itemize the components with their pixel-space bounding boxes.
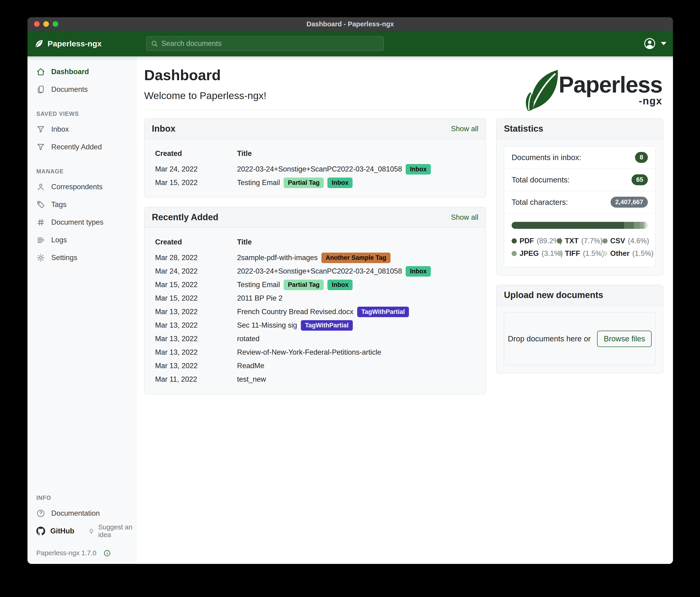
- sidebar-item-label: Suggest an idea: [98, 523, 136, 539]
- left-column: Inbox Show all Created Title Mar 24, 202…: [144, 118, 486, 394]
- minimize-window-button[interactable]: [43, 21, 49, 27]
- table-row[interactable]: Mar 15, 2022 2011 BP Pie 2: [155, 291, 475, 305]
- table-row[interactable]: Mar 13, 2022 rotated: [155, 332, 475, 345]
- sidebar-item-documentation[interactable]: Documentation: [27, 504, 136, 522]
- main-content: Dashboard Welcome to Paperless-ngx! Pape…: [136, 56, 673, 564]
- sidebar-item-label: GitHub: [50, 527, 74, 535]
- inbox-table: Created Title Mar 24, 2022 2022-03-24+So…: [144, 139, 486, 197]
- upload-dropzone[interactable]: Drop documents here or Browse files: [504, 312, 655, 365]
- chevron-down-icon[interactable]: [661, 42, 667, 45]
- browse-files-button[interactable]: Browse files: [597, 331, 652, 347]
- sidebar-item-documents[interactable]: Documents: [27, 80, 136, 98]
- filetype-bar-segment: [511, 222, 624, 229]
- table-row[interactable]: Mar 13, 2022 Sec 11-Missing sigTagWithPa…: [155, 318, 475, 332]
- dashboard-columns: Inbox Show all Created Title Mar 24, 202…: [144, 118, 663, 394]
- card-title: Statistics: [504, 124, 543, 134]
- filetype-chart: PDF (89.2%) TXT (7.7%): [504, 213, 655, 267]
- table-row[interactable]: Mar 13, 2022 ReadMe: [155, 359, 475, 373]
- logo-word: Paperless: [559, 73, 662, 96]
- stat-row: Documents in inbox: 8: [504, 146, 655, 169]
- card-title: Inbox: [152, 124, 175, 134]
- table-row[interactable]: Mar 15, 2022 Testing EmailPartial TagInb…: [155, 176, 475, 189]
- legend-percent: (4.6%): [628, 237, 649, 245]
- show-all-link[interactable]: Show all: [451, 213, 478, 222]
- tag[interactable]: Another Sample Tag: [321, 253, 391, 263]
- sidebar: Dashboard Documents SAVED VIEWS Inbox Re: [27, 56, 136, 564]
- row-title: ReadMe: [237, 362, 264, 370]
- row-title: Testing EmailPartial TagInbox: [237, 177, 353, 188]
- sidebar-item-tags[interactable]: Tags: [27, 196, 136, 213]
- show-all-link[interactable]: Show all: [451, 125, 478, 133]
- table-row[interactable]: Mar 24, 2022 2022-03-24+Sonstige+ScanPC2…: [155, 162, 475, 176]
- funnel-icon: [36, 125, 45, 134]
- row-title: French Country Bread Revised.docxTagWith…: [237, 307, 409, 317]
- tag[interactable]: TagWithPartial: [357, 307, 409, 317]
- row-created: Mar 13, 2022: [155, 362, 237, 370]
- inbox-card-header: Inbox Show all: [144, 119, 486, 139]
- search-box[interactable]: [146, 37, 384, 51]
- sidebar-item-settings[interactable]: Settings: [27, 249, 136, 267]
- legend-item: TXT (7.7%): [557, 237, 602, 245]
- window-title: Dashboard - Paperless-ngx: [306, 20, 394, 28]
- sidebar-item-document-types[interactable]: Document types: [27, 213, 136, 231]
- sidebar-item-dashboard[interactable]: Dashboard: [27, 63, 136, 80]
- brand[interactable]: Paperless-ngx: [34, 39, 146, 48]
- tag[interactable]: TagWithPartial: [301, 320, 353, 331]
- legend-label: TXT: [565, 237, 579, 245]
- tag[interactable]: Partial Tag: [284, 280, 324, 290]
- sidebar-links-row: GitHub Suggest an idea: [27, 522, 136, 540]
- table-row[interactable]: Mar 11, 2022 test_new: [155, 373, 475, 386]
- filetype-bar-segment: [624, 222, 634, 229]
- sidebar-heading-manage: MANAGE: [36, 168, 136, 175]
- close-window-button[interactable]: [34, 21, 40, 27]
- hash-icon: [36, 218, 45, 227]
- leaf-logo-large-icon: [522, 67, 562, 111]
- lightbulb-icon: [88, 527, 94, 535]
- tag[interactable]: Inbox: [327, 280, 353, 290]
- tag[interactable]: Inbox: [406, 164, 431, 174]
- sidebar-item-github[interactable]: GitHub: [36, 527, 74, 535]
- table-row[interactable]: Mar 13, 2022 French Country Bread Revise…: [155, 305, 475, 318]
- table-row[interactable]: Mar 15, 2022 Testing EmailPartial TagInb…: [155, 278, 475, 291]
- sidebar-item-logs[interactable]: Logs: [27, 231, 136, 249]
- app-window: Dashboard - Paperless-ngx Paperless-ngx: [27, 17, 673, 564]
- statistics-card-header: Statistics: [497, 119, 663, 139]
- house-icon: [36, 67, 45, 76]
- zoom-window-button[interactable]: [53, 21, 58, 27]
- logo-wordmark: Paperless -ngx: [559, 73, 662, 107]
- tag[interactable]: Partial Tag: [284, 177, 324, 188]
- row-created: Mar 13, 2022: [155, 308, 237, 316]
- filetype-legend: PDF (89.2%) TXT (7.7%): [511, 237, 648, 262]
- tag[interactable]: Inbox: [327, 177, 353, 188]
- table-row[interactable]: Mar 28, 2022 2sample-pdf-with-imagesAnot…: [155, 251, 475, 264]
- legend-item: CSV (4.6%): [602, 237, 648, 245]
- legend-label: Other: [610, 249, 630, 258]
- row-title: 2022-03-24+Sonstige+ScanPC2022-03-24_081…: [237, 164, 431, 174]
- sidebar-spacer: [27, 267, 136, 495]
- recently-added-card-header: Recently Added Show all: [144, 207, 486, 228]
- info-circle-icon[interactable]: [103, 549, 111, 557]
- search-input[interactable]: [161, 39, 379, 48]
- row-created: Mar 13, 2022: [155, 348, 237, 357]
- person-circle-icon[interactable]: [644, 38, 656, 50]
- sidebar-item-suggest-idea[interactable]: Suggest an idea: [88, 523, 136, 539]
- sidebar-item-correspondents[interactable]: Correspondents: [27, 178, 136, 196]
- legend-label: PDF: [520, 237, 534, 245]
- sidebar-item-inbox[interactable]: Inbox: [27, 120, 136, 138]
- row-created: Mar 15, 2022: [155, 294, 237, 303]
- titlebar: Dashboard - Paperless-ngx: [27, 17, 673, 31]
- search-icon: [151, 40, 158, 47]
- list-lines-icon: [36, 236, 45, 244]
- legend-label: CSV: [610, 237, 625, 245]
- table-row[interactable]: Mar 24, 2022 2022-03-24+Sonstige+ScanPC2…: [155, 264, 475, 278]
- user-menu[interactable]: [644, 38, 667, 50]
- stat-label: Total characters:: [511, 198, 568, 207]
- sidebar-item-label: Settings: [51, 254, 77, 262]
- sidebar-item-recently-added[interactable]: Recently Added: [27, 138, 136, 156]
- filetype-bar-segment: [640, 222, 644, 229]
- tag[interactable]: Inbox: [406, 266, 431, 277]
- row-created: Mar 24, 2022: [155, 267, 237, 276]
- table-row[interactable]: Mar 13, 2022 Review-of-New-York-Federal-…: [155, 345, 475, 359]
- row-created: Mar 15, 2022: [155, 281, 237, 289]
- statistics-list: Documents in inbox: 8 Total documents: 6…: [504, 146, 655, 267]
